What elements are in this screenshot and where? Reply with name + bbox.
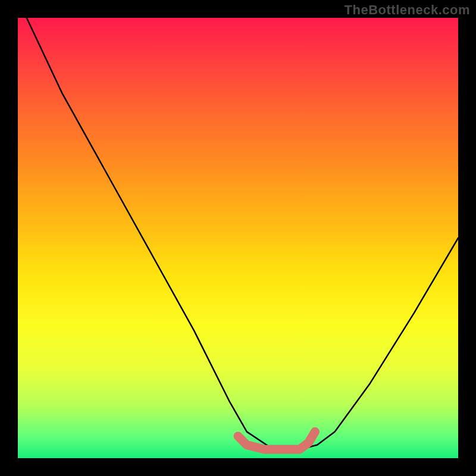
watermark-text: TheBottleneck.com: [345, 2, 470, 18]
bottleneck-curve-path: [27, 18, 458, 449]
curve-svg: [18, 18, 458, 458]
chart-frame: TheBottleneck.com: [0, 0, 476, 476]
plot-area: [18, 18, 458, 458]
